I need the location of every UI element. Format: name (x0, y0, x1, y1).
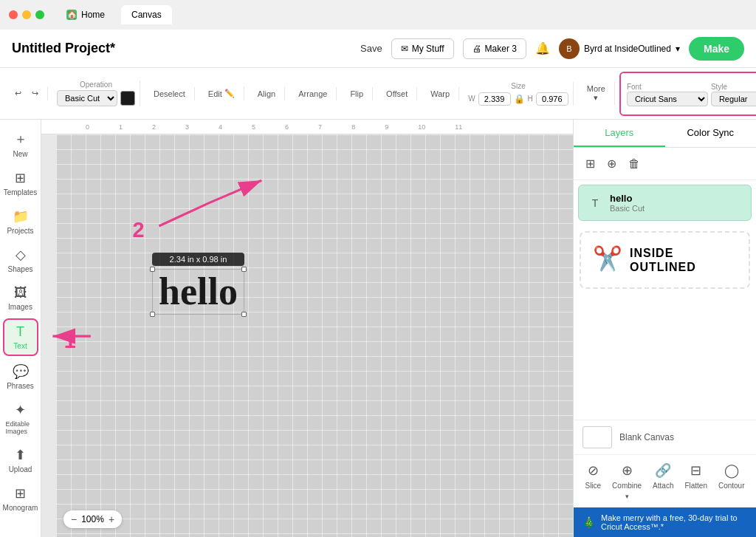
chevron-down-icon: ▾ (676, 44, 680, 54)
redo-button[interactable]: ↪ (27, 86, 43, 100)
mystuff-button[interactable]: ✉ My Stuff (391, 38, 454, 59)
zoom-out-button[interactable]: − (71, 513, 77, 525)
panel-toolbar: ⊞ ⊕ 🗑 (574, 148, 756, 180)
layer-item-hello[interactable]: T hello Basic Cut (578, 185, 752, 221)
arrange-button[interactable]: Arrange (294, 87, 331, 100)
offset-button[interactable]: Offset (382, 87, 412, 100)
more-button[interactable]: More ▾ (583, 82, 610, 105)
offset-group: Offset (377, 87, 417, 100)
tab-home[interactable]: 🏠 Home (56, 5, 115, 24)
warp-button[interactable]: Warp (426, 87, 454, 100)
tab-layers[interactable]: Layers (574, 120, 665, 147)
style-select[interactable]: Regular (711, 92, 756, 106)
height-input[interactable] (536, 92, 568, 106)
printer-icon: 🖨 (472, 44, 481, 54)
resize-handle-bottomleft[interactable] (150, 312, 155, 317)
combine-icon: ⊕ (622, 462, 633, 479)
minimize-button[interactable] (22, 10, 31, 19)
sidebar-item-editable-images[interactable]: ✦ Editable Images (3, 397, 38, 439)
canvas-area[interactable]: 0 1 2 3 4 5 6 7 8 9 10 11 2.34 in x 0.98… (41, 120, 573, 537)
bottom-tools: ⊘ Slice ⊕ Combine ▾ 🔗 Attach ⊟ Flatten ◯… (574, 454, 756, 507)
color-swatch[interactable] (120, 91, 135, 106)
flip-button[interactable]: Flip (346, 87, 368, 100)
panel-tabs: Layers Color Sync (574, 120, 756, 148)
resize-handle-bottomright[interactable] (241, 312, 247, 317)
layer-name: hello (610, 193, 742, 204)
combine-tool[interactable]: ⊕ Combine ▾ (612, 462, 642, 500)
font-select[interactable]: Cricut Sans (627, 92, 708, 106)
align-group: Align (249, 87, 285, 100)
sidebar-item-text[interactable]: T Text (3, 318, 38, 356)
slice-tool[interactable]: ⊘ Slice (585, 462, 601, 500)
close-button[interactable] (9, 10, 18, 19)
undo-button[interactable]: ↩ (10, 86, 26, 100)
size-group: Size W 🔒 H (464, 82, 574, 106)
blank-canvas-preview (583, 426, 612, 448)
templates-icon: ⊞ (15, 170, 26, 186)
warp-group: Warp (422, 87, 459, 100)
promo-logo-icon: ✂️ (593, 244, 622, 273)
notification-bell-icon[interactable]: 🔔 (535, 41, 550, 55)
sidebar-item-new[interactable]: ＋ New (3, 126, 38, 163)
maker-button[interactable]: 🖨 Maker 3 (463, 38, 526, 59)
sidebar-item-images[interactable]: 🖼 Images (3, 281, 38, 315)
user-info[interactable]: B Byrd at InsideOutlined ▾ (559, 38, 680, 59)
canvas-text-element[interactable]: 2.34 in x 0.98 in hello (152, 253, 244, 315)
sidebar-item-monogram[interactable]: ⊞ Monogram (3, 481, 38, 516)
main-area: ＋ New ⊞ Templates 📁 Projects ◇ Shapes 🖼 … (0, 120, 756, 537)
blank-canvas-label: Blank Canvas (619, 432, 674, 442)
make-button[interactable]: Make (689, 37, 744, 61)
blank-canvas-section: Blank Canvas (574, 420, 756, 454)
home-icon: 🏠 (66, 10, 77, 20)
maximize-button[interactable] (35, 10, 44, 19)
width-input[interactable] (478, 92, 511, 106)
sidebar-item-projects[interactable]: 📁 Projects (3, 204, 38, 239)
action-buttons-group: Deselect (145, 87, 195, 100)
resize-handle-topleft[interactable] (150, 267, 155, 272)
duplicate-button[interactable]: ⊕ (604, 154, 619, 174)
flip-group: Flip (341, 87, 373, 100)
sidebar-item-templates[interactable]: ⊞ Templates (3, 165, 38, 201)
save-button[interactable]: Save (360, 43, 382, 54)
canvas-background (56, 134, 573, 537)
header: Untitled Project* Save ✉ My Stuff 🖨 Make… (0, 30, 756, 68)
undo-redo-group: ↩ ↪ (6, 86, 48, 100)
monogram-icon: ⊞ (15, 485, 26, 502)
operation-select[interactable]: Basic Cut (57, 90, 117, 106)
tab-canvas[interactable]: Canvas (121, 5, 172, 24)
deselect-button[interactable]: Deselect (149, 87, 190, 100)
layer-type: Basic Cut (610, 204, 742, 213)
operation-group: Operation Basic Cut (52, 81, 140, 106)
notification-text: Make merry with a free, 30-day trial to … (601, 513, 747, 531)
layer-info: hello Basic Cut (610, 193, 742, 213)
attach-tool[interactable]: 🔗 Attach (653, 462, 673, 500)
promo-title: INSIDE OUTLINED (630, 246, 737, 274)
delete-button[interactable]: 🗑 (625, 154, 643, 174)
tab-color-sync[interactable]: Color Sync (665, 120, 757, 147)
header-actions: Save ✉ My Stuff 🖨 Maker 3 🔔 B Byrd at In… (360, 37, 744, 61)
hello-container[interactable]: hello (152, 269, 244, 315)
edit-button[interactable]: Edit ✏️ (204, 86, 239, 100)
projects-icon: 📁 (13, 208, 29, 225)
zoom-in-button[interactable]: + (109, 513, 114, 525)
contour-tool[interactable]: ◯ Contour (718, 462, 745, 500)
text-icon: T (16, 324, 24, 340)
notification-banner[interactable]: 🎄 Make merry with a free, 30-day trial t… (574, 507, 756, 537)
align-button[interactable]: Align (253, 87, 280, 100)
pencil-icon: ✏️ (224, 89, 235, 98)
title-bar: 🏠 Home Canvas (0, 0, 756, 30)
toolbar: ↩ ↪ Operation Basic Cut Deselect Edit ✏️… (0, 68, 756, 120)
sidebar-item-phrases[interactable]: 💬 Phrases (3, 359, 38, 394)
group-button[interactable]: ⊞ (583, 154, 598, 174)
flatten-tool[interactable]: ⊟ Flatten (684, 462, 707, 500)
images-icon: 🖼 (14, 285, 27, 301)
lock-icon: 🔒 (514, 94, 525, 104)
phrases-icon: 💬 (13, 363, 29, 380)
resize-handle-topright[interactable] (241, 267, 247, 272)
sidebar-item-upload[interactable]: ⬆ Upload (3, 442, 38, 478)
right-panel: Layers Color Sync ⊞ ⊕ 🗑 T hello Basic Cu… (573, 120, 756, 537)
slice-icon: ⊘ (588, 462, 599, 479)
chevron-down-icon: ▾ (625, 493, 629, 500)
more-group: More ▾ (578, 82, 615, 105)
sidebar-item-shapes[interactable]: ◇ Shapes (3, 242, 38, 278)
